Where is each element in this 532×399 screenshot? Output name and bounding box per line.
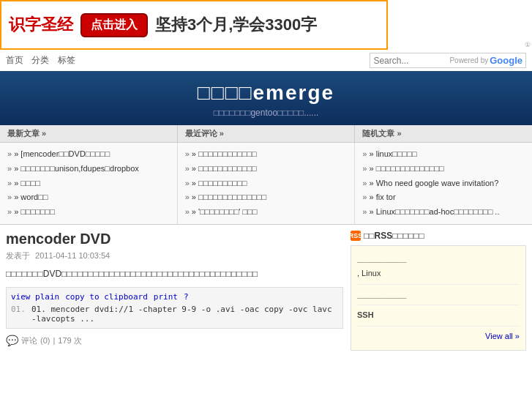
- sidebar-item-3: SSH: [357, 308, 520, 327]
- col-nav-title-1: 最新文章 »: [7, 129, 46, 138]
- view-count: 179 次: [58, 335, 81, 346]
- code-block: view plain copy to clipboard print ? 01.…: [6, 287, 343, 329]
- rss-title-text: □□RSS□□□□□□: [364, 231, 424, 241]
- line-number: 01.: [11, 305, 26, 324]
- list-item[interactable]: » Who need google wave invitation?: [362, 176, 525, 191]
- site-subtitle: □□□□□□□gentoo□□□□□......: [0, 108, 532, 118]
- sidebar-item-1: ___________ , Linux: [357, 252, 520, 285]
- col-nav-title-3: 随机文章 »: [362, 129, 401, 138]
- post-body: □□□□□□□DVD□□□□□□□□□□□□□□□□□□□□□□□□□□□□□□…: [6, 267, 343, 281]
- col-random-posts: » linux□□□□□ » □□□□□□□□□□□□□□ » Who need…: [355, 143, 532, 224]
- code-content: 01. mencoder dvdi://1 -chapter 9-9 -o .a…: [31, 305, 338, 324]
- code-toolbar: view plain copy to clipboard print ?: [11, 292, 338, 302]
- comment-icon: 💬: [6, 335, 18, 346]
- main-area: mencoder DVD 发表于 2011-04-11 10:03:54 □□□…: [0, 225, 532, 361]
- banner-info: ①: [525, 41, 531, 48]
- nav-tags-link[interactable]: 标签: [58, 55, 75, 65]
- post-meta-date: 2011-04-11 10:03:54: [35, 251, 110, 260]
- list-item[interactable]: » [mencoder□□DVD□□□□□: [7, 147, 170, 162]
- nav-home-link[interactable]: 首页: [6, 55, 23, 65]
- col-recent-comments: » □□□□□□□□□□□□ » □□□□□□□□□□□□ » □□□□□□□□…: [178, 143, 356, 224]
- code-print[interactable]: print: [154, 292, 178, 302]
- post-meta-label: 发表于: [6, 251, 30, 260]
- sidebar-item-title-1: ___________: [357, 252, 520, 266]
- search-area: Powered by Google: [370, 53, 526, 68]
- list-item[interactable]: » Linux□□□□□□□ad-hoc□□□□□□□□ ..: [362, 205, 525, 220]
- post-meta: 发表于 2011-04-11 10:03:54: [6, 250, 343, 261]
- list-item[interactable]: » □□□□□□□□□□□□: [185, 162, 348, 176]
- site-header: □□□□emerge □□□□□□□gentoo□□□□□......: [0, 71, 532, 125]
- view-all-link[interactable]: View all »: [357, 329, 520, 344]
- search-input[interactable]: [373, 56, 446, 66]
- list-item[interactable]: » '□□□□□□□□' □□□: [185, 205, 348, 220]
- col-nav-1: 最新文章 »: [0, 125, 178, 142]
- sidebar-rss-title: RSS □□RSS□□□□□□: [351, 231, 526, 241]
- list-item[interactable]: » □□□□□□□unison,fdupes□dropbox: [7, 162, 170, 176]
- sidebar-item-title-2: ___________: [357, 288, 520, 302]
- nav-links: 首页 分类 标签: [6, 54, 81, 67]
- columns-nav: 最新文章 » 最近评论 » 随机文章 »: [0, 125, 532, 143]
- list-item[interactable]: » □□□□□□□□□□□□□□: [185, 190, 348, 205]
- banner-enter-button[interactable]: 点击进入: [80, 13, 148, 37]
- site-title: □□□□emerge: [0, 81, 532, 105]
- powered-by-label: Powered by: [449, 56, 488, 64]
- list-item[interactable]: » □□□□□□□: [7, 205, 170, 220]
- top-navigation: 首页 分类 标签 Powered by Google: [0, 50, 532, 71]
- google-logo: Google: [490, 55, 522, 66]
- sidebar-item-desc-1: , Linux: [357, 266, 520, 281]
- col-nav-2: 最近评论 »: [178, 125, 356, 142]
- three-columns: » [mencoder□□DVD□□□□□ » □□□□□□□unison,fd…: [0, 143, 532, 225]
- sidebar-box: ___________ , Linux ___________ SSH View…: [351, 245, 526, 351]
- code-view-plain[interactable]: view plain: [11, 292, 59, 302]
- article: mencoder DVD 发表于 2011-04-11 10:03:54 □□□…: [6, 231, 343, 355]
- sidebar-item-2: ___________: [357, 288, 520, 306]
- rss-icon: RSS: [351, 231, 361, 241]
- list-item[interactable]: » □□□□□□□□□□: [185, 176, 348, 191]
- list-item[interactable]: » word□□: [7, 190, 170, 205]
- col-recent-posts: » [mencoder□□DVD□□□□□ » □□□□□□□unison,fd…: [0, 143, 178, 224]
- code-copy-clipboard[interactable]: copy to clipboard: [65, 292, 148, 302]
- banner: 识字圣经 点击进入 坚持3个月,学会3300字 ①: [0, 0, 532, 50]
- list-item[interactable]: » □□□□: [7, 176, 170, 191]
- comment-count: (0): [40, 336, 50, 345]
- col-nav-title-2: 最近评论 »: [185, 129, 224, 138]
- post-footer: 💬 评论 (0) | 179 次: [6, 335, 343, 346]
- sidebar-item-title-3: SSH: [357, 308, 520, 323]
- sidebar: RSS □□RSS□□□□□□ ___________ , Linux ____…: [351, 231, 526, 355]
- nav-category-link[interactable]: 分类: [31, 55, 49, 65]
- code-help[interactable]: ?: [184, 292, 189, 302]
- comment-label: 评论: [21, 335, 37, 346]
- col-nav-3: 随机文章 »: [355, 125, 532, 142]
- list-item[interactable]: » □□□□□□□□□□□□□□: [362, 162, 525, 176]
- list-item[interactable]: » linux□□□□□: [362, 147, 525, 162]
- post-title: mencoder DVD: [6, 231, 343, 247]
- banner-brand: 识字圣经: [9, 14, 73, 36]
- code-line: 01. 01. mencoder dvdi://1 -chapter 9-9 -…: [11, 305, 338, 324]
- list-item[interactable]: » fix tor: [362, 190, 525, 205]
- banner-slogan: 坚持3个月,学会3300字: [155, 14, 317, 36]
- list-item[interactable]: » □□□□□□□□□□□□: [185, 147, 348, 162]
